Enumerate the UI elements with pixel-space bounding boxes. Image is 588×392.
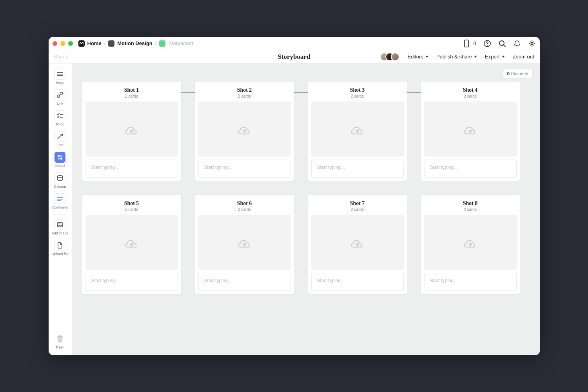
tool-column[interactable]: Column <box>50 171 70 191</box>
shot-title[interactable]: Shot 4 <box>424 87 517 93</box>
column-connector <box>294 206 308 206</box>
svg-rect-8 <box>58 158 60 160</box>
board-canvas[interactable]: 0Unsorted Shot 1 2 cards Start typing… S… <box>72 64 540 355</box>
document-title[interactable]: Storyboard <box>278 53 310 61</box>
board-column[interactable]: Shot 4 2 cards Start typing… <box>421 82 520 181</box>
unsorted-badge[interactable]: 0Unsorted <box>503 69 533 78</box>
tool-trash[interactable]: Trash <box>50 332 70 351</box>
avatar[interactable] <box>391 53 399 61</box>
upload-dropzone[interactable] <box>311 215 404 270</box>
zoom-out-button[interactable]: Zoom out <box>513 54 534 60</box>
card-text-input[interactable]: Start typing… <box>311 273 404 291</box>
file-icon <box>54 240 65 251</box>
publish-share-dropdown[interactable]: Publish & share <box>436 54 477 60</box>
window-controls <box>53 41 73 46</box>
tool-todo[interactable]: To-do <box>50 109 70 128</box>
tool-board[interactable]: Board <box>50 151 70 170</box>
tool-comment[interactable]: Comment <box>50 192 70 211</box>
upload-dropzone[interactable] <box>198 102 291 156</box>
tool-link[interactable]: Link <box>50 88 70 107</box>
export-label: Export <box>485 54 500 60</box>
shot-title[interactable]: Shot 6 <box>198 200 291 207</box>
breadcrumb-project[interactable]: Motion Design <box>117 40 152 46</box>
tool-label: Add image <box>51 231 68 235</box>
shot-title[interactable]: Shot 2 <box>198 87 291 93</box>
shot-card[interactable]: Shot 4 2 cards Start typing… <box>421 82 520 181</box>
shot-card[interactable]: Shot 7 2 cards Start typing… <box>308 195 407 294</box>
tool-line[interactable]: Line <box>50 130 70 149</box>
board-icon <box>54 152 65 163</box>
cloud-upload-icon <box>463 123 478 135</box>
card-text-input[interactable]: Start typing… <box>85 273 178 291</box>
board-column[interactable]: Shot 6 2 cards Start typing… <box>195 195 294 294</box>
comment-icon <box>54 193 65 204</box>
shot-title[interactable]: Shot 1 <box>85 87 178 93</box>
app-window: Home / Motion Design / Storyboard 0 <box>49 37 540 355</box>
column-connector <box>294 93 308 93</box>
shot-subtitle: 2 cards <box>311 94 404 98</box>
collaborator-avatars[interactable] <box>380 53 399 61</box>
card-text-input[interactable]: Start typing… <box>311 160 404 178</box>
help-icon[interactable] <box>483 40 491 47</box>
card-text-input[interactable]: Start typing… <box>424 160 517 178</box>
tool-label: Line <box>56 143 63 147</box>
upload-dropzone[interactable] <box>85 102 178 156</box>
svg-point-1 <box>466 45 467 46</box>
tool-label: Note <box>56 81 64 85</box>
app-logo-icon[interactable] <box>78 40 85 47</box>
svg-rect-9 <box>60 158 62 160</box>
shot-card[interactable]: Shot 6 2 cards Start typing… <box>195 195 294 294</box>
tool-add-image[interactable]: Add image <box>50 218 70 237</box>
image-icon <box>54 219 65 230</box>
editors-dropdown[interactable]: Editors <box>407 54 428 60</box>
svg-point-4 <box>499 41 504 45</box>
board-column[interactable]: Shot 7 2 cards Start typing… <box>308 195 407 294</box>
export-dropdown[interactable]: Export <box>485 54 505 60</box>
tool-note[interactable]: Note <box>50 67 70 87</box>
column-connector <box>407 93 421 93</box>
board-column[interactable]: Shot 8 2 cards Start typing… <box>421 195 520 294</box>
shot-subtitle: 2 cards <box>424 94 517 98</box>
shot-card[interactable]: Shot 3 2 cards Start typing… <box>308 82 407 181</box>
board-column[interactable]: Shot 5 2 cards Start typing… <box>82 195 181 294</box>
minimize-window-icon[interactable] <box>60 41 65 46</box>
card-text-input[interactable]: Start typing… <box>198 160 291 178</box>
close-window-icon[interactable] <box>53 41 57 46</box>
card-text-input[interactable]: Start typing… <box>85 160 178 178</box>
board-column[interactable]: Shot 3 2 cards Start typing… <box>308 82 407 181</box>
upload-dropzone[interactable] <box>424 215 517 270</box>
link-icon <box>54 89 65 100</box>
board-column[interactable]: Shot 1 2 cards Start typing… <box>82 82 181 181</box>
shot-card[interactable]: Shot 2 2 cards Start typing… <box>195 82 294 181</box>
shot-title[interactable]: Shot 7 <box>311 200 404 207</box>
breadcrumb: Home / Motion Design / Storyboard <box>78 40 194 47</box>
card-text-input[interactable]: Start typing… <box>198 273 291 291</box>
notifications-icon[interactable] <box>513 40 521 47</box>
upload-dropzone[interactable] <box>198 215 291 270</box>
shot-title[interactable]: Shot 3 <box>311 87 404 93</box>
shot-card[interactable]: Shot 1 2 cards Start typing… <box>82 82 181 181</box>
breadcrumb-home[interactable]: Home <box>87 40 102 46</box>
shot-card[interactable]: Shot 5 2 cards Start typing… <box>82 195 181 294</box>
fullscreen-window-icon[interactable] <box>68 41 73 46</box>
upload-dropzone[interactable] <box>85 215 178 270</box>
card-text-input[interactable]: Start typing… <box>424 273 517 291</box>
svg-point-12 <box>59 223 60 225</box>
mobile-preview-icon[interactable] <box>463 40 470 47</box>
board-column[interactable]: Shot 2 2 cards Start typing… <box>195 82 294 181</box>
svg-rect-10 <box>58 176 62 180</box>
shot-card[interactable]: Shot 8 2 cards Start typing… <box>421 195 520 294</box>
cloud-upload-icon <box>124 236 140 248</box>
column-icon <box>54 172 65 183</box>
tool-upload-file[interactable]: Upload file <box>50 239 70 258</box>
upload-dropzone[interactable] <box>424 102 517 156</box>
chevron-down-icon <box>474 56 477 58</box>
upload-dropzone[interactable] <box>311 102 404 156</box>
cloud-upload-icon <box>237 236 252 248</box>
settings-icon[interactable] <box>528 40 536 47</box>
breadcrumb-current: Storyboard <box>168 40 193 46</box>
search-icon[interactable] <box>498 40 506 47</box>
shot-title[interactable]: Shot 5 <box>85 200 178 207</box>
shot-title[interactable]: Shot 8 <box>424 200 517 207</box>
todo-icon <box>54 110 65 121</box>
